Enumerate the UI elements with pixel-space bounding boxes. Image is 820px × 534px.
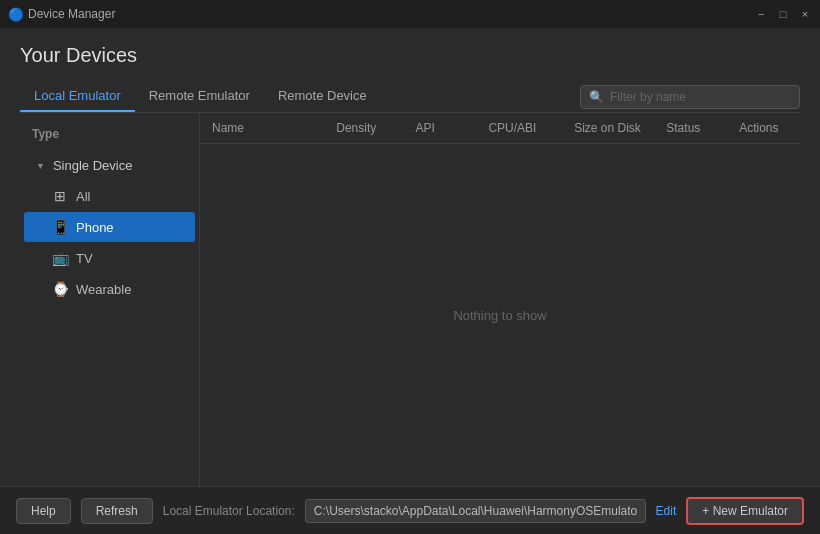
tab-local-emulator[interactable]: Local Emulator	[20, 81, 135, 112]
type-text: Type	[32, 127, 59, 141]
tv-label: TV	[76, 251, 93, 266]
table-area: Name Density API CPU/ABI Size on Disk St…	[200, 113, 800, 486]
edit-link[interactable]: Edit	[656, 504, 677, 518]
all-label: All	[76, 189, 90, 204]
phone-label: Phone	[76, 220, 114, 235]
body-area: Type ▼ Single Device ⊞ All 📱 Phone	[20, 113, 800, 486]
sidebar-item-single-device[interactable]: ▼ Single Device	[24, 151, 195, 180]
location-input[interactable]	[305, 499, 646, 523]
col-sizeondisk: Size on Disk	[562, 121, 654, 135]
maximize-button[interactable]: □	[776, 7, 790, 21]
search-icon: 🔍	[589, 90, 604, 104]
title-bar-controls: − □ ×	[754, 7, 812, 21]
table-body: Nothing to show	[200, 144, 800, 486]
wearable-icon: ⌚	[52, 281, 68, 297]
wearable-label: Wearable	[76, 282, 131, 297]
empty-message: Nothing to show	[453, 308, 546, 323]
col-name: Name	[200, 121, 324, 135]
tabs: Local Emulator Remote Emulator Remote De…	[20, 81, 381, 112]
filter-input[interactable]	[610, 90, 791, 104]
tab-remote-emulator[interactable]: Remote Emulator	[135, 81, 264, 112]
col-api: API	[404, 121, 477, 135]
all-icon: ⊞	[52, 188, 68, 204]
app-icon: 🔵	[8, 7, 22, 21]
phone-icon: 📱	[52, 219, 68, 235]
new-emulator-button[interactable]: + New Emulator	[686, 497, 804, 525]
title-bar: 🔵 Device Manager − □ ×	[0, 0, 820, 28]
refresh-button[interactable]: Refresh	[81, 498, 153, 524]
single-device-label: Single Device	[53, 158, 133, 173]
sidebar: Type ▼ Single Device ⊞ All 📱 Phone	[20, 113, 200, 486]
single-device-group: ▼ Single Device ⊞ All 📱 Phone 📺 TV	[20, 151, 199, 304]
filter-box[interactable]: 🔍	[580, 85, 800, 109]
minimize-button[interactable]: −	[754, 7, 768, 21]
sidebar-item-phone[interactable]: 📱 Phone	[24, 212, 195, 242]
bottom-bar: Help Refresh Local Emulator Location: Ed…	[0, 486, 820, 534]
title-bar-title: Device Manager	[28, 7, 115, 21]
tv-icon: 📺	[52, 250, 68, 266]
location-label: Local Emulator Location:	[163, 504, 295, 518]
col-actions: Actions	[727, 121, 800, 135]
type-label: Type	[20, 121, 199, 147]
col-density: Density	[324, 121, 403, 135]
col-status: Status	[654, 121, 727, 135]
sidebar-item-wearable[interactable]: ⌚ Wearable	[24, 274, 195, 304]
close-button[interactable]: ×	[798, 7, 812, 21]
page-title: Your Devices	[20, 44, 800, 67]
sidebar-item-all[interactable]: ⊞ All	[24, 181, 195, 211]
title-bar-left: 🔵 Device Manager	[8, 7, 115, 21]
sidebar-item-tv[interactable]: 📺 TV	[24, 243, 195, 273]
table-header: Name Density API CPU/ABI Size on Disk St…	[200, 113, 800, 144]
expand-icon: ▼	[36, 161, 45, 171]
col-cpuabi: CPU/ABI	[476, 121, 562, 135]
tab-bar: Local Emulator Remote Emulator Remote De…	[20, 81, 800, 112]
help-button[interactable]: Help	[16, 498, 71, 524]
tab-remote-device[interactable]: Remote Device	[264, 81, 381, 112]
main-content: Your Devices Local Emulator Remote Emula…	[0, 28, 820, 486]
